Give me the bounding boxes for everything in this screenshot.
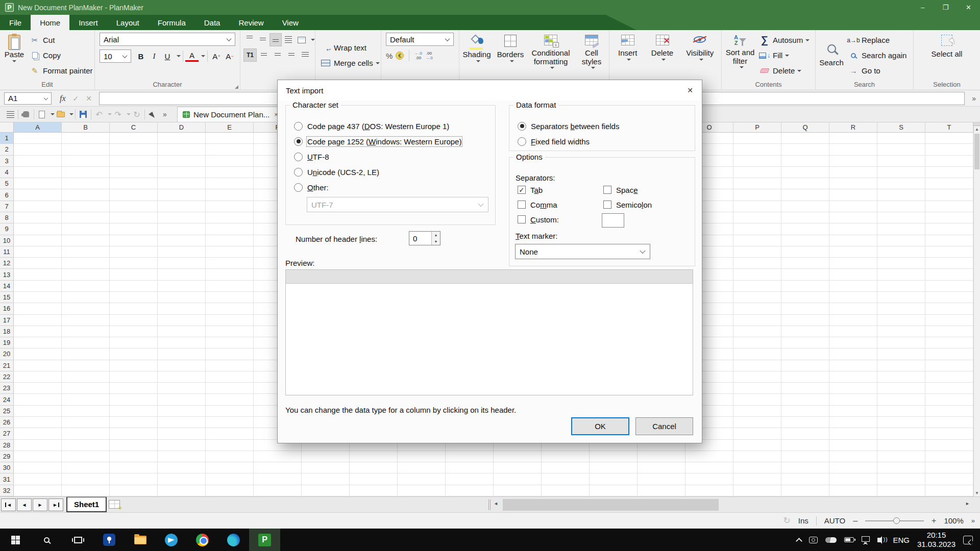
cell-D6[interactable]: [158, 189, 206, 201]
font-name-combo[interactable]: Arial: [100, 33, 235, 46]
cell-T32[interactable]: [925, 485, 973, 496]
cell-A30[interactable]: [14, 462, 62, 473]
pointer-icon[interactable]: [146, 108, 159, 121]
cell-C15[interactable]: [110, 292, 158, 303]
cell-A12[interactable]: [14, 258, 62, 269]
cell-R30[interactable]: [829, 462, 877, 473]
formula-bar-overflow-icon[interactable]: »: [972, 94, 976, 103]
vertical-scrollbar-thumb[interactable]: [974, 134, 979, 169]
cell-R11[interactable]: [829, 246, 877, 258]
cell-E26[interactable]: [206, 417, 254, 428]
cell-Q10[interactable]: [781, 235, 829, 246]
row-header-2[interactable]: 2: [0, 144, 14, 155]
cell-Q4[interactable]: [781, 167, 829, 178]
cell-D19[interactable]: [158, 337, 206, 348]
cell-P29[interactable]: [733, 451, 781, 462]
spin-up-icon[interactable]: ▲: [432, 232, 440, 238]
column-header-E[interactable]: E: [206, 122, 254, 133]
close-button[interactable]: ✕: [957, 0, 980, 15]
cell-C32[interactable]: [110, 485, 158, 496]
cell-A4[interactable]: [14, 167, 62, 178]
cell-Q25[interactable]: [781, 406, 829, 417]
cell-S28[interactable]: [877, 440, 925, 451]
cell-S25[interactable]: [877, 406, 925, 417]
cell-P2[interactable]: [733, 144, 781, 155]
cell-R2[interactable]: [829, 144, 877, 155]
cell-A16[interactable]: [14, 303, 62, 314]
cell-T31[interactable]: [925, 473, 973, 485]
cell-J31[interactable]: [446, 473, 494, 485]
format-painter-button[interactable]: ✎Format painter: [29, 63, 93, 79]
cell-D21[interactable]: [158, 360, 206, 371]
cell-P26[interactable]: [733, 417, 781, 428]
cell-B8[interactable]: [62, 212, 110, 223]
cell-E20[interactable]: [206, 348, 254, 360]
cell-E14[interactable]: [206, 281, 254, 292]
preview-header-row[interactable]: [286, 270, 693, 284]
column-header-D[interactable]: D: [158, 122, 206, 133]
cell-A2[interactable]: [14, 144, 62, 155]
cell-B31[interactable]: [62, 473, 110, 485]
row-header-18[interactable]: 18: [0, 326, 14, 337]
cell-S5[interactable]: [877, 178, 925, 189]
cell-N32[interactable]: [638, 485, 685, 496]
cell-P12[interactable]: [733, 258, 781, 269]
cell-B23[interactable]: [62, 383, 110, 394]
cell-B17[interactable]: [62, 315, 110, 326]
cell-B28[interactable]: [62, 440, 110, 451]
cell-styles-dropdown-arrow[interactable]: [591, 67, 595, 69]
cell-B9[interactable]: [62, 223, 110, 235]
previous-sheet-button[interactable]: ◄: [17, 498, 32, 511]
cell-Q27[interactable]: [781, 428, 829, 439]
cell-C31[interactable]: [110, 473, 158, 485]
row-header-32[interactable]: 32: [0, 485, 14, 496]
cell-R18[interactable]: [829, 326, 877, 337]
cell-I30[interactable]: [398, 462, 446, 473]
column-header-T[interactable]: T: [925, 122, 973, 133]
cell-C25[interactable]: [110, 406, 158, 417]
cell-A9[interactable]: [14, 223, 62, 235]
cell-A20[interactable]: [14, 348, 62, 360]
cell-C13[interactable]: [110, 269, 158, 280]
visibility-button[interactable]: Visibility: [680, 30, 719, 81]
row-header-6[interactable]: 6: [0, 189, 14, 201]
cell-P5[interactable]: [733, 178, 781, 189]
shrink-font-button[interactable]: A−: [223, 49, 236, 63]
cell-E11[interactable]: [206, 246, 254, 258]
cell-T2[interactable]: [925, 144, 973, 155]
cell-E3[interactable]: [206, 156, 254, 167]
cell-I31[interactable]: [398, 473, 446, 485]
cell-D14[interactable]: [158, 281, 206, 292]
cell-A27[interactable]: [14, 428, 62, 439]
cell-C14[interactable]: [110, 281, 158, 292]
cell-M30[interactable]: [590, 462, 638, 473]
cell-B21[interactable]: [62, 360, 110, 371]
cell-A22[interactable]: [14, 371, 62, 383]
taskbar-file-explorer-icon[interactable]: [125, 529, 156, 551]
cell-A7[interactable]: [14, 201, 62, 212]
preview-area[interactable]: [285, 269, 693, 395]
cell-C8[interactable]: [110, 212, 158, 223]
align-center-button[interactable]: [271, 48, 284, 62]
cell-S22[interactable]: [877, 371, 925, 383]
cancel-entry-icon[interactable]: ✕: [86, 94, 92, 103]
cell-E8[interactable]: [206, 212, 254, 223]
cell-P27[interactable]: [733, 428, 781, 439]
open-file-icon[interactable]: [55, 108, 67, 121]
taskbar-task-view-icon[interactable]: [62, 529, 93, 551]
zoom-level[interactable]: 100%: [944, 516, 963, 525]
taskbar-search-icon[interactable]: [31, 529, 62, 551]
cell-T14[interactable]: [925, 281, 973, 292]
cell-M32[interactable]: [590, 485, 638, 496]
fill-button[interactable]: ↓Fill: [758, 48, 810, 63]
cell-E10[interactable]: [206, 235, 254, 246]
cell-A24[interactable]: [14, 394, 62, 405]
column-header-C[interactable]: C: [110, 122, 158, 133]
taskbar-start-icon[interactable]: [0, 529, 31, 551]
cell-E23[interactable]: [206, 383, 254, 394]
search-again-button[interactable]: Search again: [847, 48, 906, 63]
merge-dropdown-arrow[interactable]: [376, 62, 380, 64]
cell-C19[interactable]: [110, 337, 158, 348]
cell-D26[interactable]: [158, 417, 206, 428]
cell-D25[interactable]: [158, 406, 206, 417]
